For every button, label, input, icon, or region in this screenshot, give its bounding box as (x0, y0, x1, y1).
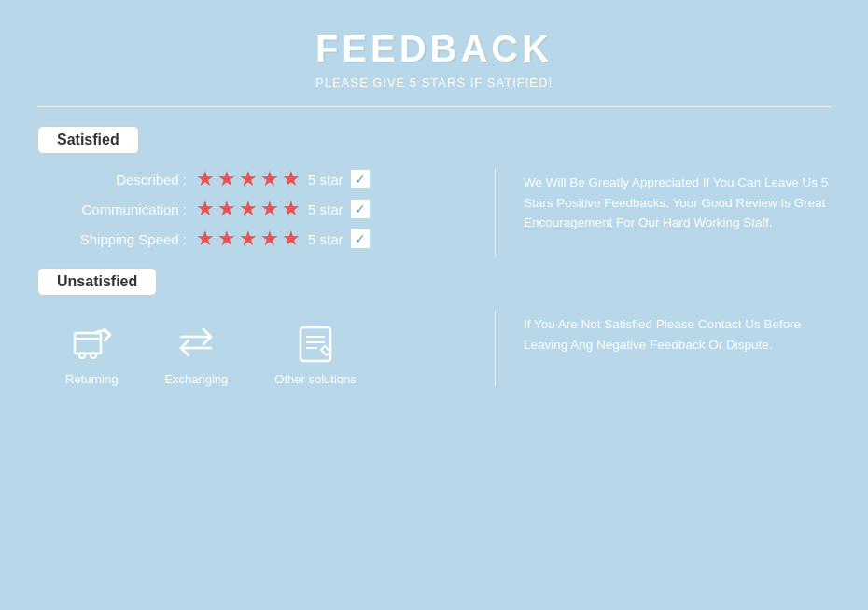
unsatisfied-section: Unsatisfied Returning (37, 268, 831, 386)
unsatisfied-message: If You Are Not Satisfied Please Contact … (524, 314, 831, 354)
star-3: ★ (239, 229, 258, 249)
star-5: ★ (282, 229, 301, 249)
shipping-checkbox[interactable]: ✓ (351, 229, 370, 248)
top-divider (37, 106, 831, 107)
satisfied-content: Described : ★ ★ ★ ★ ★ 5 star ✓ Communica… (37, 169, 831, 258)
other-solutions-option[interactable]: Other solutions (274, 320, 356, 386)
svg-rect-0 (75, 333, 101, 354)
star-4: ★ (260, 199, 279, 219)
solutions-label: Other solutions (274, 372, 356, 386)
communication-label: Communication : (47, 201, 187, 217)
satisfied-message: We Will Be Greatly Appreciated If You Ca… (524, 173, 831, 233)
described-star-label: 5 star (308, 172, 343, 187)
header: FEEDBACK PLEASE GIVE 5 STARS IF SATIFIED… (37, 28, 831, 90)
satisfied-tag[interactable]: Satisfied (37, 126, 139, 154)
communication-star-label: 5 star (308, 201, 343, 217)
unsatisfied-tag[interactable]: Unsatisfied (37, 268, 157, 296)
returning-option[interactable]: Returning (65, 320, 118, 386)
star-1: ★ (196, 229, 215, 249)
communication-checkbox[interactable]: ✓ (351, 200, 370, 218)
star-3: ★ (239, 199, 258, 219)
star-4: ★ (260, 229, 279, 249)
star-2: ★ (217, 229, 236, 249)
communication-stars: ★ ★ ★ ★ ★ (196, 199, 301, 219)
satisfied-right: We Will Be Greatly Appreciated If You Ca… (514, 169, 831, 233)
options-row: Returning Exchanging (37, 320, 457, 386)
shipping-star-label: 5 star (308, 231, 343, 247)
page-subtitle: PLEASE GIVE 5 STARS IF SATIFIED! (37, 76, 831, 90)
vertical-divider-2 (495, 311, 496, 386)
described-stars: ★ ★ ★ ★ ★ (196, 169, 301, 189)
described-checkbox[interactable]: ✓ (351, 170, 370, 188)
star-1: ★ (196, 169, 215, 189)
shipping-stars: ★ ★ ★ ★ ★ (196, 229, 301, 249)
star-1: ★ (196, 199, 215, 219)
exchanging-label: Exchanging (164, 372, 228, 386)
star-2: ★ (217, 169, 236, 189)
exchanging-option[interactable]: Exchanging (164, 320, 228, 386)
star-4: ★ (260, 169, 279, 189)
satisfied-left: Described : ★ ★ ★ ★ ★ 5 star ✓ Communica… (37, 169, 476, 258)
returning-label: Returning (65, 372, 118, 386)
return-icon (69, 320, 114, 365)
vertical-divider-1 (495, 169, 496, 258)
described-label: Described : (47, 172, 187, 187)
solutions-icon (293, 320, 338, 365)
star-5: ★ (282, 199, 301, 219)
star-2: ★ (217, 199, 236, 219)
page-title: FEEDBACK (37, 28, 831, 70)
svg-line-8 (321, 350, 327, 355)
rating-row-described: Described : ★ ★ ★ ★ ★ 5 star ✓ (37, 169, 457, 189)
exchange-icon (174, 320, 218, 365)
unsatisfied-left: Returning Exchanging (37, 311, 476, 386)
rating-row-communication: Communication : ★ ★ ★ ★ ★ 5 star ✓ (37, 199, 457, 219)
rating-row-shipping: Shipping Speed : ★ ★ ★ ★ ★ 5 star ✓ (37, 229, 457, 249)
star-3: ★ (239, 169, 258, 189)
shipping-label: Shipping Speed : (47, 231, 187, 247)
unsatisfied-content: Returning Exchanging (37, 311, 831, 386)
svg-point-2 (79, 353, 85, 358)
svg-point-3 (91, 353, 96, 358)
unsatisfied-right: If You Are Not Satisfied Please Contact … (514, 311, 831, 354)
page: FEEDBACK PLEASE GIVE 5 STARS IF SATIFIED… (0, 0, 868, 610)
star-5: ★ (282, 169, 301, 189)
satisfied-section: Satisfied Described : ★ ★ ★ ★ ★ 5 star ✓ (37, 126, 831, 258)
